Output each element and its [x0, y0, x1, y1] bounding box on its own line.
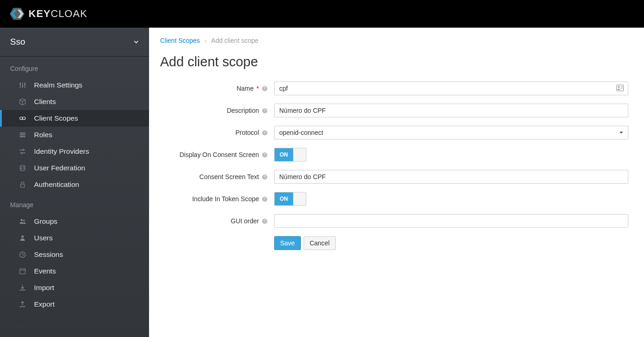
label-consent-text: Consent Screen Text ?	[160, 173, 274, 180]
nav-identity-providers[interactable]: Identity Providers	[0, 143, 149, 160]
main-content: Client Scopes › Add client scope Add cli…	[149, 28, 644, 337]
nav-events[interactable]: Events	[0, 263, 149, 279]
realm-selector[interactable]: Sso	[0, 28, 149, 57]
nav-roles[interactable]: Roles	[0, 127, 149, 143]
nav-export[interactable]: Export	[0, 296, 149, 313]
svg-point-7	[23, 117, 25, 120]
nav-realm-settings[interactable]: Realm Settings	[0, 77, 149, 93]
help-icon[interactable]: ?	[262, 152, 268, 158]
nav-client-scopes[interactable]: Client Scopes	[0, 110, 149, 127]
nav-label: Sessions	[34, 250, 63, 259]
help-icon[interactable]: ?	[262, 108, 268, 114]
svg-point-21	[618, 86, 620, 88]
include-token-toggle[interactable]: ON	[274, 192, 306, 206]
id-card-icon	[616, 85, 624, 91]
label-protocol: Protocol ?	[160, 129, 274, 136]
nav-user-federation[interactable]: User Federation	[0, 160, 149, 176]
help-icon[interactable]: ?	[262, 86, 268, 92]
svg-rect-22	[621, 87, 623, 87]
description-input[interactable]	[274, 104, 628, 117]
nav-users[interactable]: Users	[0, 230, 149, 246]
realm-name: Sso	[10, 37, 25, 47]
export-icon	[18, 300, 27, 308]
breadcrumb-parent-link[interactable]: Client Scopes	[160, 37, 200, 44]
svg-rect-12	[21, 184, 24, 187]
toggle-knob	[293, 192, 306, 205]
nav-label: Client Scopes	[34, 114, 78, 122]
protocol-select[interactable]: openid-connect	[274, 126, 628, 139]
nav-configure: Realm Settings Clients Client Scopes Rol…	[0, 77, 149, 193]
nav-manage: Groups Users Sessions Events Import Expo…	[0, 213, 149, 313]
cube-icon	[18, 98, 27, 106]
svg-text:?: ?	[264, 197, 266, 201]
page-title: Add client scope	[160, 54, 633, 70]
svg-rect-24	[617, 89, 620, 90]
nav-label: Events	[34, 267, 56, 275]
svg-point-13	[21, 219, 23, 221]
svg-text:?: ?	[264, 174, 266, 179]
list-icon	[18, 131, 27, 139]
consent-text-input[interactable]	[274, 170, 628, 184]
users-icon	[18, 217, 27, 226]
nav-import[interactable]: Import	[0, 279, 149, 296]
svg-rect-9	[20, 134, 25, 135]
help-icon[interactable]: ?	[262, 218, 268, 224]
display-consent-toggle[interactable]: ON	[274, 148, 306, 162]
toggle-on-label: ON	[275, 148, 293, 161]
sidebar: Sso Configure Realm Settings Clients Cli…	[0, 28, 149, 337]
calendar-icon	[18, 267, 27, 275]
nav-label: User Federation	[34, 164, 85, 172]
gui-order-input[interactable]	[274, 214, 628, 228]
name-input[interactable]	[274, 81, 628, 95]
svg-rect-23	[621, 88, 623, 88]
svg-point-3	[20, 83, 21, 85]
svg-text:?: ?	[264, 86, 266, 91]
nav-label: Users	[34, 234, 52, 242]
nav-clients[interactable]: Clients	[0, 93, 149, 110]
import-icon	[18, 284, 27, 292]
label-display-consent: Display On Consent Screen ?	[160, 151, 274, 158]
clock-icon	[18, 250, 27, 259]
nav-label: Roles	[34, 131, 52, 139]
nav-label: Import	[34, 284, 54, 292]
svg-text:?: ?	[264, 219, 266, 223]
nav-authentication[interactable]: Authentication	[0, 176, 149, 193]
label-gui-order: GUI order ?	[160, 217, 274, 225]
save-button[interactable]: Save	[274, 236, 301, 250]
label-description: Description ?	[160, 107, 274, 114]
nav-label: Export	[34, 300, 55, 308]
nav-label: Clients	[34, 98, 56, 106]
chevron-down-icon	[133, 39, 139, 45]
cancel-button[interactable]: Cancel	[304, 236, 336, 250]
help-icon[interactable]: ?	[262, 130, 268, 136]
breadcrumb-separator: ›	[204, 37, 207, 44]
svg-rect-10	[20, 136, 25, 137]
nav-groups[interactable]: Groups	[0, 213, 149, 230]
svg-rect-8	[20, 133, 25, 134]
nav-label: Realm Settings	[34, 81, 82, 89]
svg-point-6	[20, 117, 23, 120]
svg-point-5	[24, 84, 26, 85]
toggle-knob	[293, 148, 306, 161]
label-include-token: Include In Token Scope ?	[160, 195, 274, 203]
toggle-on-label: ON	[275, 192, 293, 205]
scopes-icon	[18, 114, 27, 122]
svg-point-14	[23, 220, 25, 221]
topbar: KEYCLOAK	[0, 0, 644, 28]
svg-point-11	[20, 165, 25, 167]
nav-sessions[interactable]: Sessions	[0, 246, 149, 263]
nav-label: Identity Providers	[34, 147, 89, 156]
breadcrumb-current: Add client scope	[211, 37, 259, 44]
lock-icon	[18, 180, 27, 189]
logo[interactable]: KEYCLOAK	[9, 7, 87, 21]
nav-label: Groups	[34, 217, 58, 226]
svg-text:?: ?	[264, 108, 266, 113]
svg-rect-17	[20, 269, 25, 274]
exchange-icon	[18, 147, 27, 156]
user-icon	[18, 234, 27, 242]
help-icon[interactable]: ?	[262, 174, 268, 180]
help-icon[interactable]: ?	[262, 196, 268, 202]
required-star: *	[257, 85, 259, 92]
nav-label: Authentication	[34, 180, 79, 189]
label-name: Name * ?	[160, 85, 274, 92]
